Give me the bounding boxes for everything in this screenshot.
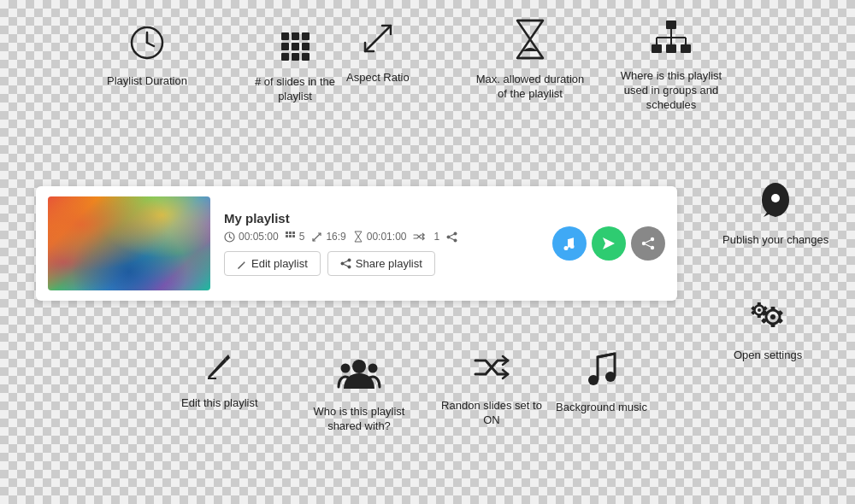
open-settings-label: Open settings xyxy=(734,349,802,363)
svg-point-62 xyxy=(340,262,344,266)
edit-icon xyxy=(201,346,239,391)
slides-count-label: # of slides in the playlist xyxy=(239,75,351,104)
svg-line-61 xyxy=(450,237,454,239)
svg-point-59 xyxy=(454,238,457,242)
svg-point-64 xyxy=(347,266,351,269)
meta-duration: 00:05:00 xyxy=(224,231,279,243)
shuffle-icon xyxy=(470,349,513,394)
rocket-icon xyxy=(757,179,794,228)
svg-line-49 xyxy=(230,237,233,238)
svg-rect-55 xyxy=(292,235,295,237)
svg-line-75 xyxy=(646,244,651,247)
grid-icon xyxy=(279,30,311,70)
svg-line-60 xyxy=(450,234,454,236)
svg-point-25 xyxy=(770,314,775,319)
card-right-section xyxy=(552,226,665,261)
svg-point-69 xyxy=(570,244,575,249)
edit-this-playlist-label: Edit this playlist xyxy=(181,396,258,411)
svg-rect-11 xyxy=(302,53,310,61)
send-button[interactable] xyxy=(592,226,626,261)
aspect-ratio-icon xyxy=(358,19,398,66)
svg-rect-5 xyxy=(302,32,310,40)
svg-rect-7 xyxy=(292,43,299,50)
svg-rect-26 xyxy=(771,307,775,311)
svg-rect-4 xyxy=(292,32,299,40)
svg-point-42 xyxy=(341,364,351,373)
meta-count: 1 xyxy=(433,231,439,243)
svg-rect-53 xyxy=(286,235,288,237)
edit-playlist-button[interactable]: Edit playlist xyxy=(224,251,321,276)
random-slides-group: Randon slides set to ON xyxy=(436,349,547,428)
svg-rect-3 xyxy=(281,32,289,40)
random-slides-label: Randon slides set to ON xyxy=(436,399,547,428)
circle-buttons xyxy=(552,226,665,261)
svg-point-63 xyxy=(347,259,351,262)
playlist-actions: Edit playlist Share playlist xyxy=(224,251,539,276)
hourglass-icon xyxy=(514,19,546,67)
meta-max-dur: 00:01:00 xyxy=(353,231,407,243)
clock-icon xyxy=(128,24,166,69)
svg-point-43 xyxy=(369,364,378,373)
svg-point-41 xyxy=(352,360,366,373)
settings-icon xyxy=(746,295,790,343)
aspect-ratio-label: Aspect Ratio xyxy=(346,71,410,85)
svg-rect-50 xyxy=(286,231,288,234)
playlist-card: My playlist 00:05:00 5 xyxy=(36,186,677,301)
share-playlist-button[interactable]: Share playlist xyxy=(327,251,435,276)
meta-aspect: 16:9 xyxy=(311,231,345,243)
slides-count-group: # of slides in the playlist xyxy=(239,30,351,104)
svg-rect-6 xyxy=(281,43,289,50)
publish-group: Publish your changes xyxy=(722,179,828,248)
edit-playlist-group: Edit this playlist xyxy=(181,346,258,411)
svg-rect-52 xyxy=(292,231,295,234)
music-button[interactable] xyxy=(552,226,587,261)
svg-line-66 xyxy=(344,265,348,267)
svg-point-33 xyxy=(758,308,761,312)
shared-with-group: Who is this playlist shared with? xyxy=(304,355,415,434)
svg-rect-51 xyxy=(289,231,292,234)
svg-line-65 xyxy=(344,261,348,262)
aspect-ratio-group: Aspect Ratio xyxy=(346,19,410,85)
playlist-name: My playlist xyxy=(224,211,539,226)
groups-schedules-label: Where is this playlist used in groups an… xyxy=(616,69,727,113)
svg-rect-34 xyxy=(758,302,761,306)
max-duration-label: Max. allowed duration of the playlist xyxy=(475,73,586,102)
playlist-duration-label: Playlist Duration xyxy=(107,74,187,89)
svg-rect-16 xyxy=(652,44,662,53)
bg-music-group: Background music xyxy=(556,349,647,415)
meta-slides: 5 xyxy=(286,231,305,243)
svg-line-12 xyxy=(365,26,391,51)
svg-point-46 xyxy=(605,372,616,382)
playlist-info: My playlist 00:05:00 5 xyxy=(224,211,539,276)
svg-rect-35 xyxy=(758,314,761,318)
svg-rect-8 xyxy=(302,43,310,50)
open-settings-group: Open settings xyxy=(734,295,802,363)
svg-rect-27 xyxy=(771,323,775,327)
svg-line-2 xyxy=(147,43,154,46)
groups-schedules-group: Where is this playlist used in groups an… xyxy=(616,19,727,113)
svg-point-23 xyxy=(771,194,780,202)
svg-rect-9 xyxy=(281,53,289,61)
publish-label: Publish your changes xyxy=(722,233,828,248)
svg-point-45 xyxy=(588,375,598,385)
svg-point-71 xyxy=(642,242,646,245)
svg-rect-15 xyxy=(666,21,676,29)
music-icon xyxy=(582,349,620,396)
svg-line-44 xyxy=(598,354,615,357)
svg-point-57 xyxy=(447,235,451,238)
max-duration-group: Max. allowed duration of the playlist xyxy=(475,19,586,102)
svg-line-56 xyxy=(313,233,321,241)
playlist-thumbnail xyxy=(48,196,210,290)
group-icon xyxy=(337,355,381,400)
meta-shuffle xyxy=(413,231,427,242)
shared-with-label: Who is this playlist shared with? xyxy=(304,405,415,434)
playlist-duration-group: Playlist Duration xyxy=(107,24,187,89)
share-button[interactable] xyxy=(631,226,665,261)
bg-music-label: Background music xyxy=(556,401,647,415)
meta-share-icon xyxy=(446,231,457,243)
playlist-meta: 00:05:00 5 16:9 xyxy=(224,231,539,243)
svg-rect-54 xyxy=(289,235,292,237)
svg-point-68 xyxy=(564,246,569,250)
network-icon xyxy=(650,19,693,64)
svg-line-74 xyxy=(646,240,651,243)
